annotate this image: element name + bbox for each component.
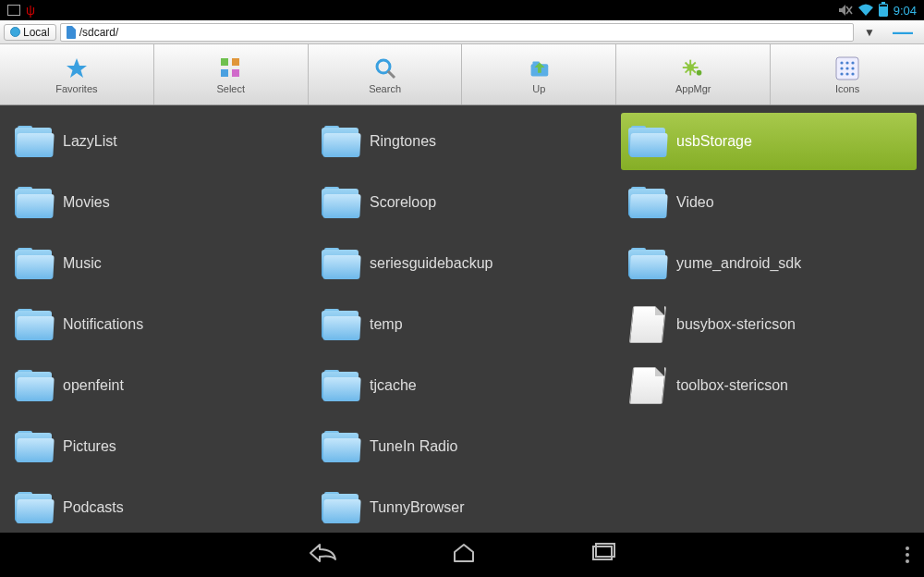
remove-tab-button[interactable]: — bbox=[885, 20, 920, 44]
tool-label: Search bbox=[369, 83, 401, 94]
file-grid-container[interactable]: LazyListRingtonesusbStorageMoviesScorelo… bbox=[0, 105, 924, 533]
folder-icon bbox=[15, 370, 54, 401]
overflow-menu-button[interactable] bbox=[906, 546, 909, 563]
local-icon bbox=[10, 27, 20, 37]
item-label: Movies bbox=[63, 194, 110, 211]
path-text: /sdcard/ bbox=[79, 26, 119, 39]
svg-point-23 bbox=[840, 72, 843, 75]
folder-icon bbox=[322, 187, 360, 218]
item-label: Notifications bbox=[63, 316, 143, 333]
folder-icon bbox=[15, 431, 54, 462]
svg-line-7 bbox=[388, 71, 395, 78]
wifi-icon bbox=[858, 4, 873, 17]
folder-icon bbox=[322, 309, 360, 340]
folder-icon bbox=[628, 187, 667, 218]
folder-item[interactable]: usbStorage bbox=[621, 113, 917, 170]
tool-label: Icons bbox=[835, 83, 859, 94]
local-button[interactable]: Local bbox=[4, 24, 56, 41]
folder-item[interactable]: temp bbox=[314, 296, 610, 353]
folder-item[interactable]: Scoreloop bbox=[314, 174, 610, 231]
folder-icon bbox=[322, 431, 360, 462]
item-label: Ringtones bbox=[370, 133, 436, 150]
tool-label: Favorites bbox=[55, 83, 97, 94]
home-button[interactable] bbox=[450, 541, 478, 569]
svg-point-17 bbox=[840, 61, 843, 64]
folder-item[interactable]: Video bbox=[621, 174, 917, 231]
folder-item[interactable]: Podcasts bbox=[7, 479, 303, 533]
item-label: yume_android_sdk bbox=[676, 255, 801, 272]
folder-item[interactable]: yume_android_sdk bbox=[621, 235, 917, 292]
recents-button[interactable] bbox=[589, 541, 616, 569]
svg-point-24 bbox=[845, 72, 848, 75]
item-label: usbStorage bbox=[676, 133, 752, 150]
notification-usb-icon: ψ bbox=[26, 3, 35, 18]
item-label: seriesguidebackup bbox=[370, 255, 492, 272]
file-icon bbox=[631, 306, 664, 343]
item-label: Music bbox=[63, 255, 102, 272]
folder-item[interactable]: TuneIn Radio bbox=[314, 418, 610, 475]
tool-search[interactable]: Search bbox=[309, 44, 463, 104]
folder-item[interactable]: Movies bbox=[7, 174, 303, 231]
item-label: tjcache bbox=[370, 377, 417, 394]
folder-item[interactable]: Music bbox=[7, 235, 303, 292]
icons-icon bbox=[834, 55, 860, 81]
folder-item[interactable]: openfeint bbox=[7, 357, 303, 414]
tool-up[interactable]: Up bbox=[462, 44, 616, 104]
select-icon bbox=[218, 55, 244, 81]
svg-point-19 bbox=[851, 61, 854, 64]
folder-item[interactable]: seriesguidebackup bbox=[314, 235, 610, 292]
item-label: openfeint bbox=[63, 377, 124, 394]
folder-item[interactable]: Pictures bbox=[7, 418, 303, 475]
clock: 9:04 bbox=[894, 4, 917, 18]
item-label: temp bbox=[370, 316, 403, 333]
battery-icon bbox=[879, 4, 888, 17]
local-label: Local bbox=[23, 26, 50, 39]
folder-icon bbox=[322, 492, 360, 523]
item-label: Scoreloop bbox=[370, 194, 436, 211]
item-label: TunnyBrowser bbox=[370, 499, 465, 516]
svg-point-15 bbox=[697, 69, 702, 75]
folder-item[interactable]: tjcache bbox=[314, 357, 610, 414]
folder-icon bbox=[322, 370, 360, 401]
folder-icon bbox=[15, 187, 54, 218]
file-item[interactable]: toolbox-stericson bbox=[621, 357, 917, 414]
android-statusbar: ψ 9:04 bbox=[0, 0, 924, 20]
tool-favorites[interactable]: Favorites bbox=[0, 44, 154, 104]
item-label: Video bbox=[676, 194, 714, 211]
item-label: TuneIn Radio bbox=[370, 438, 457, 455]
appmgr-icon bbox=[680, 55, 706, 81]
folder-icon bbox=[15, 126, 54, 157]
path-input[interactable]: /sdcard/ bbox=[60, 23, 854, 42]
svg-rect-5 bbox=[232, 69, 239, 77]
path-dropdown[interactable]: ▼ bbox=[857, 26, 881, 39]
search-icon bbox=[372, 55, 398, 81]
folder-icon bbox=[15, 248, 54, 279]
svg-point-18 bbox=[845, 61, 848, 64]
file-grid: LazyListRingtonesusbStorageMoviesScorelo… bbox=[4, 113, 920, 533]
file-icon bbox=[631, 367, 664, 404]
folder-item[interactable]: LazyList bbox=[7, 113, 303, 170]
svg-point-21 bbox=[845, 67, 848, 69]
tool-label: Select bbox=[216, 83, 245, 94]
tool-appmgr[interactable]: AppMgr bbox=[616, 44, 771, 104]
tool-icons[interactable]: Icons bbox=[771, 44, 924, 104]
svg-point-6 bbox=[377, 60, 390, 73]
folder-icon bbox=[628, 248, 667, 279]
favorites-icon bbox=[64, 55, 90, 81]
svg-rect-3 bbox=[232, 58, 239, 66]
folder-icon bbox=[15, 309, 54, 340]
tool-select[interactable]: Select bbox=[154, 44, 309, 104]
svg-rect-4 bbox=[221, 69, 228, 77]
item-label: Pictures bbox=[63, 438, 116, 455]
back-button[interactable] bbox=[308, 541, 339, 569]
up-icon bbox=[526, 55, 552, 81]
svg-point-22 bbox=[851, 67, 854, 69]
folder-icon bbox=[15, 492, 54, 523]
folder-item[interactable]: Notifications bbox=[7, 296, 303, 353]
folder-item[interactable]: TunnyBrowser bbox=[314, 479, 610, 533]
file-item[interactable]: busybox-stericson bbox=[621, 296, 917, 353]
item-label: toolbox-stericson bbox=[676, 377, 788, 394]
item-label: Podcasts bbox=[63, 499, 124, 516]
folder-icon bbox=[322, 248, 360, 279]
folder-item[interactable]: Ringtones bbox=[314, 113, 610, 170]
